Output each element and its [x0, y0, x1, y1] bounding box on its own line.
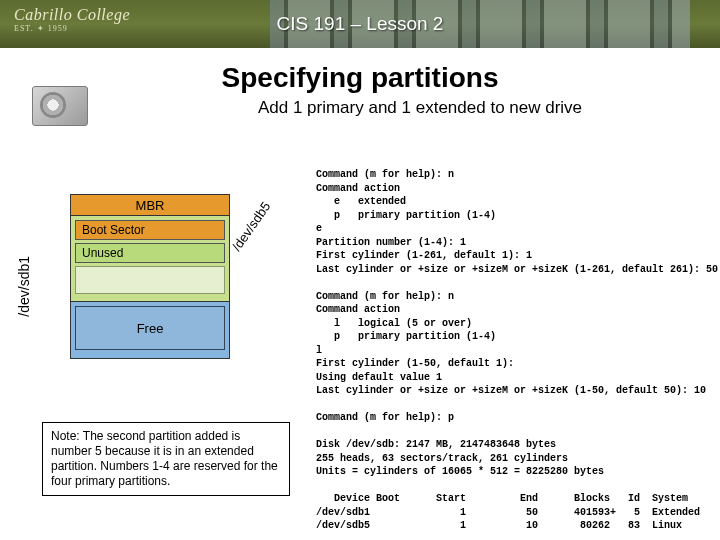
- mbr-block: MBR: [70, 194, 230, 216]
- hard-drive-icon: [32, 86, 88, 126]
- boot-sector-row: Boot Sector: [75, 220, 225, 240]
- note-box: Note: The second partition added is numb…: [42, 422, 290, 496]
- primary-partition: Boot Sector Unused: [70, 216, 230, 302]
- page-title: Specifying partitions: [0, 62, 720, 94]
- page-subtitle: Add 1 primary and 1 extended to new driv…: [0, 98, 720, 118]
- blank-row: [75, 266, 225, 294]
- free-block: Free: [75, 306, 225, 350]
- device-label: /dev/sdb1: [16, 256, 32, 317]
- terminal-output: Command (m for help): n Command action e…: [316, 168, 708, 540]
- sdb5-label: /dev/sdb5: [229, 199, 274, 254]
- unused-row: Unused: [75, 243, 225, 263]
- course-title: CIS 191 – Lesson 2: [0, 0, 720, 48]
- banner: Cabrillo College EST. ✦ 1959 CIS 191 – L…: [0, 0, 720, 48]
- disk-diagram: /dev/sdb1 MBR Boot Sector Unused Free /d…: [20, 194, 300, 404]
- extended-partition: Free: [70, 302, 230, 359]
